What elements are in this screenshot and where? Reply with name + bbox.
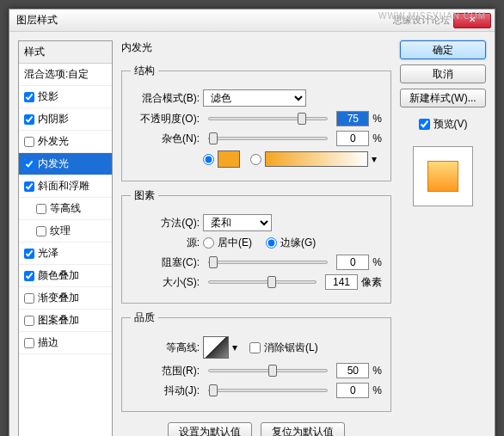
preview-box	[413, 146, 473, 206]
blend-mode-label: 混合模式(B):	[131, 91, 200, 106]
structure-group: 结构 混合模式(B): 滤色 不透明度(O): % 杂色(N): %	[121, 64, 391, 181]
color-radio[interactable]	[203, 154, 214, 165]
quality-legend: 品质	[131, 310, 158, 325]
style-checkbox[interactable]	[24, 293, 34, 304]
choke-slider[interactable]	[208, 261, 328, 264]
choke-unit: %	[372, 256, 382, 268]
blend-mode-select[interactable]: 滤色	[203, 89, 306, 107]
titlebar: 图层样式 思缘设计论坛 WWW.MISSYUAN.COM	[9, 9, 495, 32]
style-item[interactable]: 渐变叠加	[19, 287, 112, 310]
source-edge-label: 边缘(G)	[280, 236, 316, 250]
style-item[interactable]: 外发光	[19, 131, 112, 153]
new-style-button[interactable]: 新建样式(W)...	[400, 89, 486, 107]
color-swatch[interactable]	[218, 150, 240, 168]
size-slider[interactable]	[208, 280, 317, 284]
jitter-slider[interactable]	[208, 389, 328, 392]
make-default-button[interactable]: 设置为默认值	[168, 422, 252, 436]
layer-style-dialog: 图层样式 思缘设计论坛 WWW.MISSYUAN.COM 样式 混合选项:自定 …	[9, 9, 495, 436]
watermark: WWW.MISSYUAN.COM	[378, 11, 486, 21]
range-input[interactable]	[336, 363, 369, 378]
style-label: 内阴影	[38, 112, 69, 126]
style-label: 外发光	[38, 134, 69, 149]
style-checkbox[interactable]	[24, 271, 34, 281]
noise-unit: %	[372, 132, 382, 144]
jitter-input[interactable]	[336, 383, 369, 398]
preview-swatch	[427, 161, 458, 192]
cancel-button[interactable]: 取消	[400, 64, 486, 83]
gradient-dropdown-icon[interactable]: ▾	[372, 153, 377, 165]
opacity-slider[interactable]	[208, 117, 328, 120]
style-checkbox[interactable]	[24, 316, 34, 326]
opacity-label: 不透明度(O):	[131, 112, 200, 126]
jitter-unit: %	[372, 384, 382, 396]
technique-select[interactable]: 柔和	[203, 214, 272, 231]
style-item[interactable]: 斜面和浮雕	[19, 175, 112, 198]
style-item[interactable]: 投影	[19, 86, 112, 108]
gradient-radio[interactable]	[250, 154, 261, 165]
style-label: 图案叠加	[38, 313, 79, 328]
contour-dropdown-icon[interactable]: ▾	[232, 341, 237, 353]
style-checkbox[interactable]	[24, 114, 34, 125]
choke-input[interactable]	[336, 255, 369, 270]
opacity-unit: %	[372, 113, 382, 125]
antialias-label: 消除锯齿(L)	[264, 341, 318, 355]
gradient-swatch[interactable]	[265, 151, 368, 167]
style-item[interactable]: 光泽	[19, 243, 112, 265]
noise-label: 杂色(N):	[131, 132, 200, 146]
styles-header: 样式	[19, 41, 112, 64]
source-edge-radio[interactable]	[266, 237, 277, 249]
size-unit: 像素	[361, 275, 382, 290]
style-checkbox[interactable]	[36, 204, 46, 214]
source-center-radio[interactable]	[203, 237, 214, 249]
opacity-input[interactable]	[336, 111, 369, 126]
settings-panel: 内发光 结构 混合模式(B): 滤色 不透明度(O): % 杂色(N):	[121, 40, 391, 436]
noise-slider[interactable]	[208, 137, 328, 140]
styles-list: 样式 混合选项:自定 投影内阴影外发光内发光斜面和浮雕等高线纹理光泽颜色叠加渐变…	[18, 40, 113, 436]
style-label: 斜面和浮雕	[38, 179, 89, 193]
noise-input[interactable]	[336, 131, 369, 146]
style-item[interactable]: 颜色叠加	[19, 265, 112, 287]
style-checkbox[interactable]	[24, 159, 34, 169]
source-center-label: 居中(E)	[218, 236, 252, 250]
elements-group: 图素 方法(Q): 柔和 源: 居中(E) 边缘(G) 阻塞(C): %	[121, 188, 391, 304]
style-checkbox[interactable]	[24, 137, 34, 147]
reset-default-button[interactable]: 复位为默认值	[261, 422, 345, 436]
source-label: 源:	[131, 236, 200, 250]
contour-picker[interactable]	[203, 336, 229, 359]
style-item[interactable]: 描边	[19, 332, 112, 354]
style-label: 渐变叠加	[38, 291, 79, 305]
quality-group: 品质 等高线: ▾ 消除锯齿(L) 范围(R): % 抖动(J):	[121, 310, 391, 412]
style-checkbox[interactable]	[36, 226, 46, 236]
style-label: 投影	[38, 89, 58, 104]
style-item[interactable]: 等高线	[19, 198, 112, 220]
style-checkbox[interactable]	[24, 249, 34, 259]
style-checkbox[interactable]	[24, 181, 34, 192]
style-item[interactable]: 内阴影	[19, 108, 112, 131]
elements-legend: 图素	[131, 188, 158, 203]
style-item[interactable]: 内发光	[19, 153, 112, 175]
range-label: 范围(R):	[131, 364, 200, 378]
preview-checkbox[interactable]	[419, 119, 430, 130]
style-label: 等高线	[50, 201, 81, 216]
style-checkbox[interactable]	[24, 338, 34, 348]
style-label: 描边	[38, 335, 58, 350]
ok-button[interactable]: 确定	[400, 40, 486, 59]
choke-label: 阻塞(C):	[131, 255, 200, 270]
contour-label: 等高线:	[131, 341, 200, 355]
range-slider[interactable]	[208, 369, 328, 372]
jitter-label: 抖动(J):	[131, 384, 200, 398]
action-panel: 确定 取消 新建样式(W)... 预览(V)	[400, 40, 486, 436]
blending-options[interactable]: 混合选项:自定	[19, 64, 112, 86]
style-checkbox[interactable]	[24, 92, 34, 102]
preview-label: 预览(V)	[433, 117, 468, 132]
antialias-checkbox[interactable]	[249, 342, 261, 353]
structure-legend: 结构	[131, 64, 158, 78]
style-item[interactable]: 图案叠加	[19, 310, 112, 332]
window-title: 图层样式	[16, 13, 58, 28]
size-input[interactable]	[325, 274, 358, 290]
technique-label: 方法(Q):	[131, 216, 200, 230]
style-label: 内发光	[38, 157, 69, 171]
panel-title: 内发光	[121, 40, 391, 55]
size-label: 大小(S):	[131, 275, 200, 290]
style-item[interactable]: 纹理	[19, 220, 112, 243]
